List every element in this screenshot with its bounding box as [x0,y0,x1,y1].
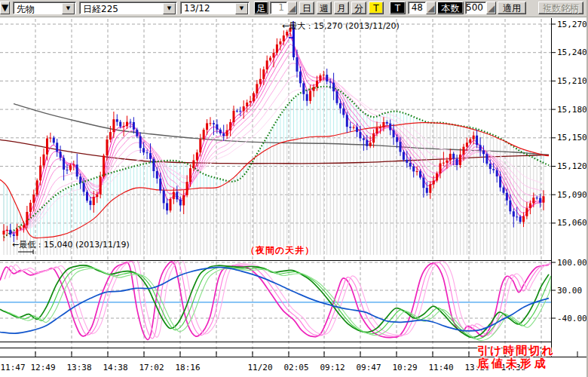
bar-count-spin-field[interactable]: 500 [465,2,486,14]
weekly-button[interactable]: 週 [317,2,332,14]
oscillator-tick-label: -40.00 [557,314,587,323]
price-tick-label: 15,270 [557,20,587,29]
ashi-button[interactable]: 足 [254,2,268,14]
band-hatch [4,87,544,255]
price-tick-label: 15,240 [557,48,587,57]
time-tick-label: 11:40 [428,363,453,372]
price-tick-label: 15,090 [557,190,587,200]
dropdown-arrow-icon[interactable]: ▼ [62,3,75,14]
time-tick-label: 14:38 [103,363,127,372]
price-tick-label: 15,120 [557,161,587,171]
dropdown-arrow-icon[interactable]: ▼ [235,3,248,14]
oscillator-tick-label: 100.00 [557,258,587,268]
price-tick-label: 15,060 [557,218,587,228]
price-tick-label: 15,180 [557,105,587,115]
time-tick-label: 11/20 [247,363,272,372]
rci-slow-line [0,267,549,333]
time-tick-label: 09:47 [356,363,381,372]
chart-application-window: 15,27015,24015,21015,18015,15015,12015,0… [0,0,588,377]
min-price-annotation: ←最低 : 15,040 (2013/11/19) [12,239,130,250]
minute-button[interactable]: 分 [351,2,366,14]
tick-count-spin-button[interactable]: ◢ [426,2,436,14]
tick-mode-button[interactable]: T [390,2,406,14]
symbol-value: 日経225 [83,3,118,16]
contract-month-combo[interactable]: 13/12 ▼ [180,2,250,14]
time-tick-label: 11:47 [0,363,25,372]
dropdown-arrow-icon[interactable]: ▼ [0,2,10,14]
apply-button[interactable]: 適用 [498,2,526,14]
time-tick-label: 18:16 [175,363,200,372]
price-tick-label: 15,210 [557,76,587,86]
interval-spin-field[interactable]: 1 [270,2,287,14]
bottom-not-formed-note: 底値未形成 [477,357,549,371]
market-type-combo[interactable]: 先物 ▼ [13,2,76,14]
bar-count-button[interactable]: 本数 [437,2,464,14]
tick-count-spin-field[interactable]: 48 [408,2,426,14]
time-tick-label: 17:02 [139,363,164,372]
toolbar: ▼ 先物 ▼ 日経225 ▼ 13/12 ▼ 足 1 ◢ 日 週 月 分 T T… [0,0,588,17]
time-tick-label: 12:49 [30,363,55,372]
oscillator-tick-label: 30.00 [557,286,582,296]
interval-spin-button[interactable]: ◢ [287,2,297,14]
tick-button-active[interactable]: T [369,2,384,14]
symbol-combo[interactable]: 日経225 ▼ [79,2,177,14]
price-tick-label: 15,150 [557,133,587,143]
time-tick-label: 09:12 [320,363,345,372]
monthly-button[interactable]: 月 [334,2,349,14]
time-tick-label: 02:05 [283,363,308,372]
max-price-annotation: ←最大 : 15,270 (2013/11/20) [282,20,400,32]
market-type-value: 先物 [17,3,35,16]
time-tick-label: 10:29 [392,363,417,372]
bar-count-value: 500 [466,2,483,13]
time-tick-label: 13:38 [66,363,91,372]
daily-button[interactable]: 日 [299,2,314,14]
interval-value: 1 [278,2,284,13]
night-ceiling-note: （夜間の天井） [246,244,314,257]
dropdown-arrow-icon[interactable]: ▼ [163,3,176,14]
multi-symbol-button: 複数銘柄 [538,2,583,14]
tick-count-value: 48 [412,2,423,13]
bar-count-spin-button[interactable]: ◢ [486,2,496,14]
contract-month-value: 13/12 [184,3,210,14]
chart-canvas[interactable]: 15,27015,24015,21015,18015,15015,12015,0… [0,0,588,377]
